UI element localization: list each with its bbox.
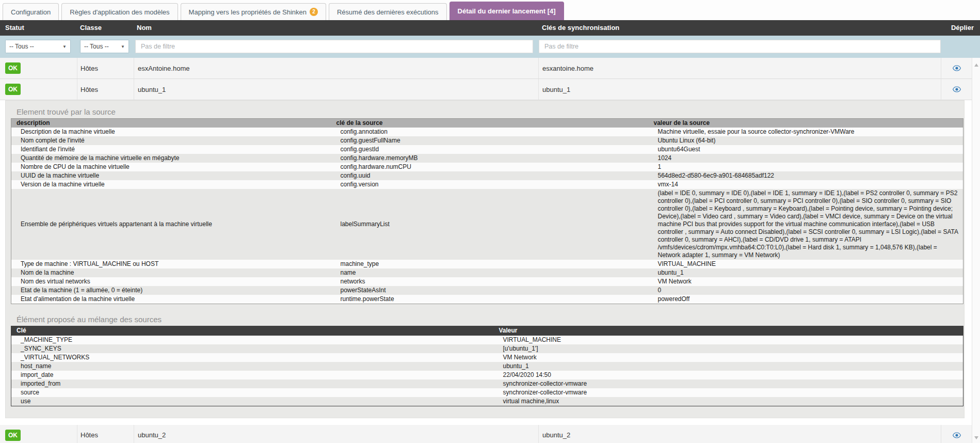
status-badge: OK: [5, 430, 21, 441]
merge-key-cell: use: [11, 397, 494, 406]
statut-cell: OK: [0, 425, 77, 443]
classe-cell: Hôtes: [77, 425, 134, 443]
merge-key-cell: _VIRTUAL_NETWORKS: [11, 353, 494, 362]
filter-row: -- Tous -- ▼ -- Tous -- ▼: [0, 36, 980, 58]
classe-cell: Hôtes: [77, 79, 134, 100]
merge-key-cell: host_name: [11, 362, 494, 371]
source-description-cell: Nom de la machine: [11, 268, 331, 277]
source-key-cell: name: [331, 268, 649, 277]
source-value-cell: Machine virtuelle, essaie pour la source…: [649, 128, 963, 136]
cles-cell: ubuntu_2: [539, 425, 941, 443]
merge-value-cell: synchronizer-collector-vmware: [494, 388, 963, 397]
classe-filter-select[interactable]: -- Tous -- ▼: [80, 40, 129, 53]
source-description-cell: Etat de la machine (1 = allumée, 0 = éte…: [11, 286, 331, 295]
merge-value-cell: synchronizer-collector-vmware: [494, 379, 963, 388]
source-description-cell: Type de machine : VIRTUAL_MACHINE ou HOS…: [11, 260, 331, 268]
tab-bar: Configuration Règles d'application des m…: [0, 0, 980, 20]
classe-filter-value: -- Tous --: [84, 43, 109, 50]
source-key-cell: networks: [331, 277, 649, 286]
cles-cell: esxantoine.home: [539, 58, 941, 78]
merge-row: host_nameubuntu_1: [11, 362, 963, 371]
source-table: description clé de la source valeur de l…: [11, 118, 963, 304]
source-value-cell: vmx-14: [649, 180, 963, 189]
source-row: Nom de la machinenameubuntu_1: [11, 268, 963, 277]
merge-header-valeur: Valeur: [494, 326, 963, 336]
source-description-cell: Etat d'alimentation de la machine virtue…: [11, 295, 331, 304]
notification-badge: 2: [310, 8, 318, 16]
row-detail-panel: Element trouvé par la source description…: [5, 100, 965, 418]
source-row: Nombre de CPU de la machine virtuellecon…: [11, 163, 963, 171]
source-row: Quantité de mémoire de la machine virtue…: [11, 154, 963, 163]
source-header-description: description: [11, 119, 331, 128]
tab-label: Règles d'application des modèles: [70, 8, 169, 16]
expand-row-button[interactable]: [941, 58, 972, 78]
source-value-cell: 1024: [649, 154, 963, 163]
source-key-cell: config.uuid: [331, 171, 649, 180]
vertical-scrollbar[interactable]: [972, 58, 980, 443]
column-header-deplier: Déplier: [951, 20, 974, 36]
merge-value-cell: VIRTUAL_MACHINE: [494, 336, 963, 344]
merge-value-cell: virtual machine,linux: [494, 397, 963, 406]
tab-regles-application[interactable]: Règles d'application des modèles: [61, 3, 178, 20]
status-badge: OK: [5, 84, 21, 95]
statut-cell: OK: [0, 79, 77, 100]
merge-value-cell: 22/04/2020 14:50: [494, 371, 963, 379]
cles-filter-input[interactable]: [539, 40, 941, 53]
source-row: Etat d'alimentation de la machine virtue…: [11, 295, 963, 304]
column-header-classe: Classe: [80, 20, 102, 36]
source-key-cell: machine_type: [331, 260, 649, 268]
table-header-row: Statut Classe Nom Clés de synchronisatio…: [0, 20, 980, 36]
scroll-down-arrow-icon[interactable]: [974, 436, 978, 439]
eye-icon[interactable]: [953, 86, 961, 92]
source-row: Identifiant de l'invitéconfig.guestIdubu…: [11, 145, 963, 154]
statut-cell: OK: [0, 58, 77, 78]
nom-cell: ubuntu_2: [134, 425, 539, 443]
source-value-cell: ubuntu_1: [649, 268, 963, 277]
source-description-cell: UUID de la machine virtuelle: [11, 171, 331, 180]
source-value-cell: VM Network: [649, 277, 963, 286]
source-description-cell: Quantité de mémoire de la machine virtue…: [11, 154, 331, 163]
tab-detail-dernier-lancement[interactable]: Détail du dernier lancement [4]: [449, 2, 564, 20]
source-description-cell: Ensemble de périphériques virtuels appar…: [11, 189, 331, 260]
merge-row: import_date22/04/2020 14:50: [11, 371, 963, 379]
merge-key-cell: source: [11, 388, 494, 397]
source-key-cell: runtime.powerState: [331, 295, 649, 304]
source-description-cell: Nom complet de l'invité: [11, 136, 331, 145]
source-value-cell: (label = IDE 0, summary = IDE 0),(label …: [649, 189, 963, 260]
source-row: Etat de la machine (1 = allumée, 0 = éte…: [11, 286, 963, 295]
table-row-esxantoine: OK Hôtes esxAntoine.home esxantoine.home: [0, 58, 972, 79]
source-value-cell: 564d8ed2-d580-6ec9-a901-684685adf122: [649, 171, 963, 180]
tab-mapping-shinken[interactable]: Mapping vers les propriétés de Shinken 2: [181, 3, 326, 20]
source-description-cell: Description de la machine virtuelle: [11, 128, 331, 136]
table-row-ubuntu-1: OK Hôtes ubuntu_1 ubuntu_1: [0, 79, 972, 100]
statut-filter-value: -- Tous --: [9, 43, 34, 50]
column-header-nom: Nom: [137, 20, 152, 36]
eye-icon[interactable]: [953, 65, 961, 71]
merge-row: imported_fromsynchronizer-collector-vmwa…: [11, 379, 963, 388]
nom-cell: ubuntu_1: [134, 79, 539, 100]
expand-row-button[interactable]: [941, 425, 972, 443]
merge-key-cell: imported_from: [11, 379, 494, 388]
eye-icon[interactable]: [953, 432, 961, 438]
nom-filter-input[interactable]: [135, 40, 533, 53]
source-row: Version de la machine virtuelleconfig.ve…: [11, 180, 963, 189]
source-key-cell: config.annotation: [331, 128, 649, 136]
rows-area: OK Hôtes esxAntoine.home esxantoine.home…: [0, 58, 972, 443]
merge-row: _SYNC_KEYS[u'ubuntu_1']: [11, 344, 963, 353]
source-section-title: Element trouvé par la source: [17, 107, 964, 116]
source-row: Nom complet de l'invitéconfig.guestFullN…: [11, 136, 963, 145]
source-key-cell: config.guestId: [331, 145, 649, 154]
expand-row-button[interactable]: [941, 79, 972, 100]
tab-label: Mapping vers les propriétés de Shinken: [189, 8, 307, 16]
source-row: Nom des virtual networksnetworksVM Netwo…: [11, 277, 963, 286]
scroll-up-arrow-icon[interactable]: [974, 64, 978, 67]
column-header-cles-synchronisation: Clés de synchronisation: [542, 20, 619, 36]
column-header-statut: Statut: [5, 20, 24, 36]
tab-resume-executions[interactable]: Résumé des dernières exécutions: [329, 3, 447, 20]
source-row: Description de la machine virtuelleconfi…: [11, 128, 963, 136]
statut-filter-select[interactable]: -- Tous -- ▼: [5, 40, 71, 53]
chevron-down-icon: ▼: [62, 44, 67, 49]
source-key-cell: config.hardware.numCPU: [331, 163, 649, 171]
tab-configuration[interactable]: Configuration: [3, 3, 59, 20]
source-key-cell: config.guestFullName: [331, 136, 649, 145]
